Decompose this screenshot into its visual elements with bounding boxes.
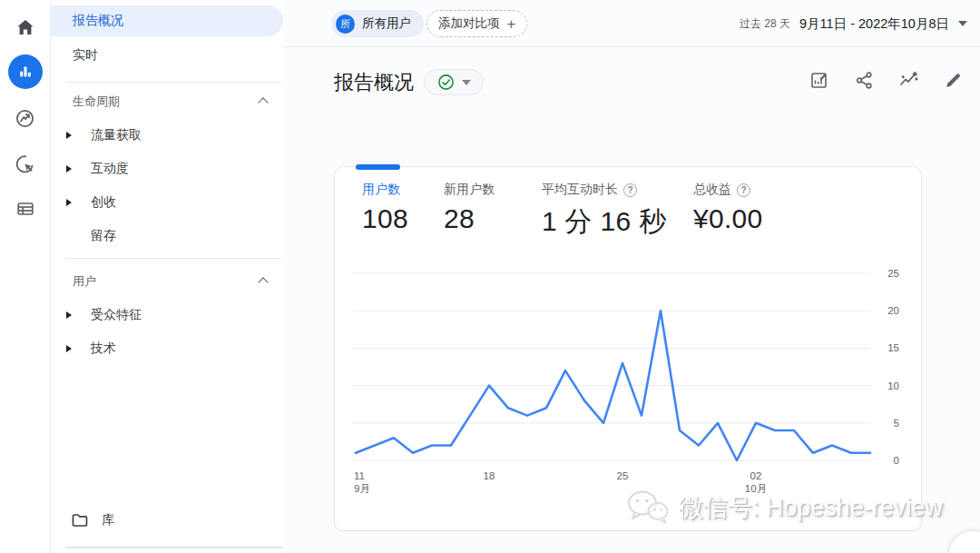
expand-arrow-icon: [66, 311, 72, 319]
home-icon[interactable]: [7, 9, 44, 45]
sidebar-item-label: 互动度: [91, 161, 129, 177]
add-comparison-chip[interactable]: 添加对比项 +: [426, 10, 527, 37]
caret-down-icon: [462, 80, 471, 85]
customize-report-icon[interactable]: [805, 65, 834, 94]
expand-arrow-icon: [66, 345, 72, 352]
all-users-segment-chip[interactable]: 所 所有用户: [331, 10, 424, 37]
users-trend-line-chart: 0510152025119月18250210月: [335, 258, 923, 521]
sidebar-item-label: 实时: [73, 47, 98, 64]
metric-label: 总收益: [693, 182, 731, 198]
overview-card: 用户数 108 新用户数 28 平均互动时长 ? 1 分 16 秒 总收益 ? …: [334, 166, 922, 531]
chevron-up-icon: [258, 98, 268, 108]
svg-text:18: 18: [484, 470, 495, 481]
sidebar-item-monetization[interactable]: 创收: [51, 185, 283, 219]
metric-avg-engagement-time[interactable]: 平均互动时长 ? 1 分 16 秒: [542, 182, 666, 241]
plus-icon: +: [507, 16, 516, 32]
sidebar-section-lifecycle[interactable]: 生命周期: [51, 84, 283, 118]
help-icon[interactable]: ?: [737, 183, 750, 197]
chevron-up-icon: [258, 278, 268, 288]
caret-down-icon: [958, 21, 967, 26]
help-icon[interactable]: ?: [623, 183, 637, 197]
svg-text:10月: 10月: [745, 483, 767, 494]
metric-label: 平均互动时长: [542, 182, 618, 198]
sidebar-item-label: 库: [102, 512, 114, 528]
edit-icon[interactable]: [938, 65, 967, 94]
sidebar-item-label: 流量获取: [91, 127, 142, 143]
sidebar-item-realtime[interactable]: 实时: [51, 40, 283, 71]
svg-text:5: 5: [894, 418, 899, 429]
section-header-label: 生命周期: [73, 94, 120, 110]
report-header: 报告概况: [283, 47, 980, 118]
metric-label: 用户数: [362, 182, 400, 198]
report-nav-sidebar: 报告概况 实时 生命周期 流量获取 互动度 创收 留存 用户: [51, 0, 283, 553]
divider: [65, 547, 283, 548]
share-icon[interactable]: [849, 65, 878, 94]
segment-topbar: 所 所有用户 添加对比项 + 过去 28 天 9月11日 - 2022年10月8…: [283, 0, 980, 47]
sidebar-item-label: 技术: [91, 341, 116, 357]
sidebar-section-user[interactable]: 用户: [51, 264, 283, 298]
metric-value: 108: [362, 203, 408, 234]
sidebar-item-label: 受众特征: [91, 307, 142, 323]
expand-arrow-icon: [66, 199, 72, 206]
svg-text:25: 25: [617, 470, 629, 481]
sidebar-item-label: 留存: [91, 228, 116, 244]
segment-badge: 所: [336, 15, 355, 34]
svg-text:11: 11: [354, 470, 365, 481]
admin-icon[interactable]: [7, 191, 44, 227]
metric-new-users[interactable]: 新用户数 28: [444, 182, 495, 234]
check-circle-icon: [437, 74, 455, 91]
metric-value: 28: [444, 203, 495, 234]
divider: [65, 258, 281, 259]
svg-text:25: 25: [887, 268, 899, 279]
active-metric-tab-indicator: [356, 164, 400, 170]
insights-icon[interactable]: [894, 65, 923, 94]
sidebar-item-acquisition[interactable]: 流量获取: [51, 118, 283, 152]
sidebar-item-tech[interactable]: 技术: [51, 331, 283, 365]
page-title: 报告概况: [334, 69, 414, 96]
divider: [65, 82, 281, 83]
date-range-value: 9月11日 - 2022年10月8日: [799, 15, 949, 33]
svg-text:02: 02: [750, 470, 762, 481]
sidebar-item-retention[interactable]: 留存: [51, 219, 283, 252]
add-comparison-label: 添加对比项: [438, 15, 500, 32]
sidebar-item-demographics[interactable]: 受众特征: [51, 298, 283, 331]
svg-text:10: 10: [887, 380, 899, 391]
metric-total-revenue[interactable]: 总收益 ? ¥0.00: [693, 182, 763, 234]
left-icon-rail: [0, 0, 51, 553]
watermark-circle: [949, 531, 980, 553]
advertising-icon[interactable]: [7, 145, 44, 182]
reports-active-circle: [8, 54, 43, 89]
date-range-picker[interactable]: 过去 28 天 9月11日 - 2022年10月8日: [740, 0, 967, 47]
report-actions: [805, 65, 967, 94]
report-status-dropdown[interactable]: [424, 69, 484, 95]
date-preset-label: 过去 28 天: [740, 16, 790, 32]
metric-label: 新用户数: [444, 182, 495, 198]
metric-value: 1 分 16 秒: [542, 203, 666, 241]
metric-users[interactable]: 用户数 108: [362, 182, 408, 234]
sidebar-item-label: 创收: [91, 194, 116, 211]
segment-label: 所有用户: [362, 15, 411, 32]
explore-icon[interactable]: [7, 100, 44, 136]
svg-text:15: 15: [887, 342, 899, 353]
main-content: 所 所有用户 添加对比项 + 过去 28 天 9月11日 - 2022年10月8…: [283, 0, 980, 553]
sidebar-item-engagement[interactable]: 互动度: [51, 152, 283, 185]
svg-text:0: 0: [894, 455, 899, 466]
expand-arrow-icon: [66, 165, 72, 173]
reports-icon[interactable]: [7, 54, 44, 90]
svg-text:20: 20: [887, 305, 899, 316]
ga4-report-window: 报告概况 实时 生命周期 流量获取 互动度 创收 留存 用户: [0, 0, 980, 553]
metric-value: ¥0.00: [693, 203, 763, 234]
expand-arrow-icon: [66, 132, 72, 139]
sidebar-item-reports-snapshot[interactable]: 报告概况: [51, 5, 283, 36]
section-header-label: 用户: [73, 273, 96, 290]
sidebar-item-library[interactable]: 库: [51, 505, 283, 536]
sidebar-item-label: 报告概况: [73, 13, 123, 29]
svg-text:9月: 9月: [354, 483, 370, 494]
folder-icon: [71, 511, 89, 529]
